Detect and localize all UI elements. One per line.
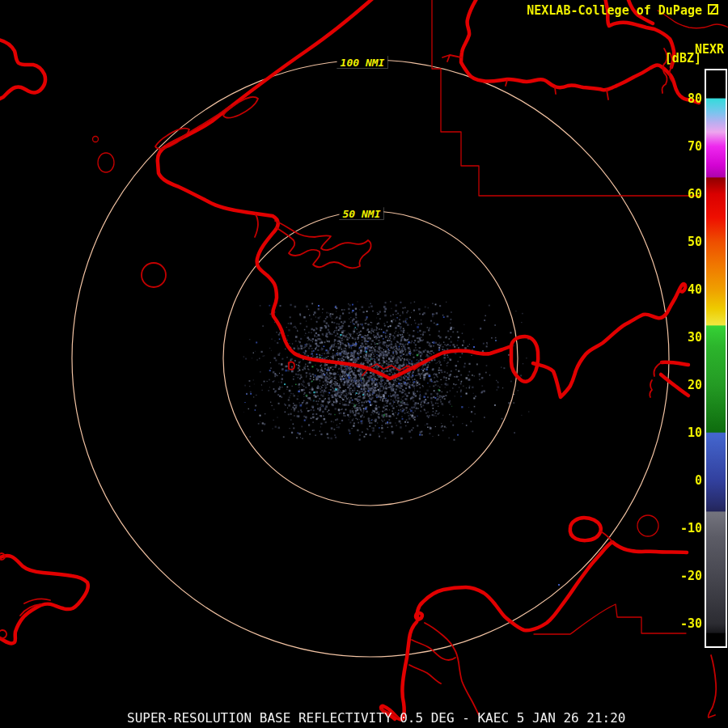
lake-ring-small [93, 137, 99, 142]
range-label-50nmi: 50 NMI [340, 208, 384, 220]
colorbar-tick-10: 10 [688, 425, 702, 440]
boundary-stepped [432, 0, 700, 196]
rivermouth-right [661, 362, 688, 396]
lake-blob [570, 518, 601, 540]
rivermouth-right-thin [650, 362, 662, 397]
colorbar-tick--10: -10 [680, 521, 702, 535]
coast-below-colorbar [708, 655, 716, 717]
colorbar-tick-70: 70 [688, 139, 702, 154]
island-bottom-dome [381, 542, 687, 719]
radar-display: NEXLAB-College of DuPage NEXR [dBZ] 8070… [0, 0, 728, 728]
colorbar-tick-80: 80 [688, 91, 702, 106]
status-bar: SUPER-RESOLUTION BASE REFLECTIVITY 0.5 D… [127, 710, 626, 726]
boundary-bottomright [534, 604, 686, 634]
lake-circle-right [637, 515, 658, 536]
reflectivity-colorbar [705, 69, 727, 648]
coastline-ne-inlets [442, 55, 608, 99]
colorbar-tick-40: 40 [688, 282, 702, 297]
lake-circle-leftlow [142, 263, 166, 287]
island-d-mark [289, 362, 294, 370]
colorbar-units-label: [dBZ] [665, 51, 701, 66]
colorbar-tick-30: 30 [688, 330, 702, 345]
colorbar-tick-60: 60 [688, 187, 702, 201]
coastline-peninsula-loop [511, 336, 538, 382]
page-title: NEXLAB-College of DuPage [527, 3, 718, 18]
dupage-flag-icon [708, 3, 718, 18]
title-text: NEXLAB-College of DuPage [527, 3, 702, 18]
range-label-100nmi: 100 NMI [337, 57, 388, 69]
cape-topleft [0, 40, 45, 99]
colorbar-tick-20: 20 [688, 378, 702, 392]
coastline-east [533, 284, 685, 397]
colorbar-tick--30: -30 [680, 616, 702, 631]
lake-circle-leftmid [98, 153, 114, 172]
dome-channels [380, 623, 479, 717]
range-ring-50nmi [223, 211, 518, 506]
colorbar-tick-0: 0 [695, 473, 702, 488]
colorbar-tick--20: -20 [680, 569, 702, 583]
colorbar-tick-50: 50 [688, 235, 702, 249]
map-layer [0, 0, 728, 728]
colorbar-gradient [706, 70, 726, 646]
